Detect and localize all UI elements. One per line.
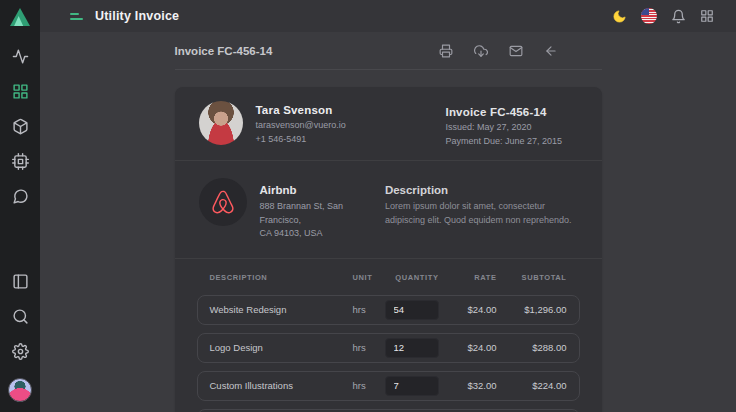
invoice-issued-date: Issued: May 27, 2020	[446, 122, 578, 132]
table-row: Custom Illustrations hrs $32.00 $224.00	[197, 371, 580, 401]
search-icon[interactable]	[12, 308, 29, 325]
company-address-line1: 888 Brannan St, San Francisco,	[260, 201, 344, 225]
page-title: Utility Invoice	[95, 9, 179, 23]
airbnb-logo-icon	[199, 178, 247, 226]
header-rate: RATE	[439, 273, 497, 282]
menu-toggle-icon[interactable]	[70, 13, 83, 20]
item-rate: $32.00	[439, 380, 497, 391]
language-flag-us-icon[interactable]	[641, 8, 657, 24]
table-row: Website Redesign hrs $24.00 $1,296.00	[197, 295, 580, 325]
invoice-toolbar-title: Invoice FC-456-14	[175, 45, 273, 57]
item-rate: $24.00	[439, 304, 497, 315]
navbar-actions	[612, 8, 714, 24]
dashboard-grid-icon[interactable]	[12, 83, 29, 100]
description-body: Lorem ipsum dolor sit amet, consectetur …	[385, 200, 578, 228]
customer-email: tarasvenson@vuero.io	[256, 120, 346, 130]
invoice-due-date: Payment Due: June 27, 2015	[446, 136, 578, 146]
vuero-logo[interactable]	[9, 7, 31, 27]
item-rate: $24.00	[439, 342, 497, 353]
toolbar-actions	[439, 44, 602, 58]
header-subtotal: SUBTOTAL	[497, 273, 567, 282]
header-description: DESCRIPTION	[210, 273, 353, 282]
invoice-number: Invoice FC-456-14	[446, 106, 578, 118]
customer-phone: +1 546-5491	[256, 134, 346, 144]
back-arrow-icon[interactable]	[544, 44, 558, 58]
item-description: Custom Illustrations	[210, 380, 353, 391]
item-subtotal: $1,296.00	[497, 304, 567, 315]
email-icon[interactable]	[509, 44, 523, 58]
user-avatar[interactable]	[8, 378, 32, 402]
notifications-bell-icon[interactable]	[671, 9, 686, 24]
cloud-download-icon[interactable]	[474, 44, 488, 58]
icon-sidebar	[0, 0, 40, 412]
invoice-card: Tara Svenson tarasvenson@vuero.io +1 546…	[175, 87, 602, 412]
item-unit: hrs	[353, 380, 379, 391]
customer-name: Tara Svenson	[256, 104, 346, 116]
item-description: Website Redesign	[210, 304, 353, 315]
description-heading: Description	[385, 184, 578, 196]
quantity-input[interactable]	[385, 376, 439, 396]
company-name: Airbnb	[260, 184, 385, 196]
top-navbar: Utility Invoice	[40, 0, 736, 32]
apps-grid-icon[interactable]	[700, 9, 714, 23]
panels-icon[interactable]	[12, 273, 29, 290]
table-row-partial	[197, 409, 580, 412]
customer-avatar	[199, 101, 243, 145]
item-subtotal: $288.00	[497, 342, 567, 353]
chat-bubble-icon[interactable]	[12, 188, 29, 205]
header-quantity: QUANTITY	[379, 273, 439, 282]
table-header-row: DESCRIPTION UNIT QUANTITY RATE SUBTOTAL	[197, 273, 580, 282]
item-description: Logo Design	[210, 342, 353, 353]
company-address-line2: CA 94103, USA	[260, 228, 323, 238]
dark-mode-moon-icon[interactable]	[612, 9, 627, 24]
print-icon[interactable]	[439, 44, 453, 58]
table-row: Logo Design hrs $24.00 $288.00	[197, 333, 580, 363]
settings-gear-icon[interactable]	[12, 343, 29, 360]
item-unit: hrs	[353, 342, 379, 353]
customer-section: Tara Svenson tarasvenson@vuero.io +1 546…	[175, 87, 602, 160]
item-unit: hrs	[353, 304, 379, 315]
activity-icon[interactable]	[12, 48, 29, 65]
item-subtotal: $224.00	[497, 380, 567, 391]
header-unit: UNIT	[353, 273, 379, 282]
quantity-input[interactable]	[385, 338, 439, 358]
box-icon[interactable]	[12, 118, 29, 135]
quantity-input[interactable]	[385, 300, 439, 320]
invoice-toolbar: Invoice FC-456-14	[175, 32, 602, 70]
items-section: DESCRIPTION UNIT QUANTITY RATE SUBTOTAL …	[175, 259, 602, 412]
main-content: Invoice FC-456-14	[40, 32, 736, 412]
company-section: Airbnb 888 Brannan St, San Francisco, CA…	[175, 161, 602, 258]
cpu-icon[interactable]	[12, 153, 29, 170]
